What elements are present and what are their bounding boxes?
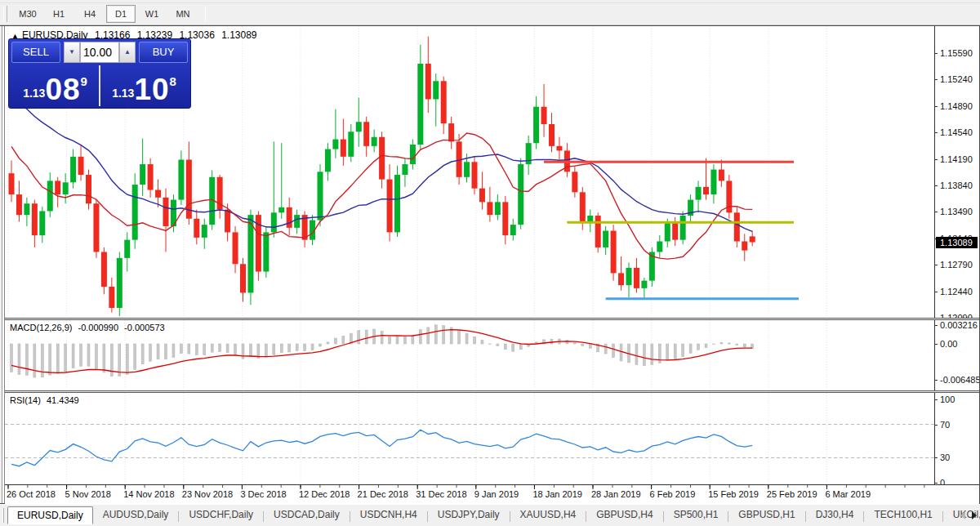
date-axis-label: 23 Nov 2018	[182, 489, 233, 499]
bid-prefix: 1.13	[23, 87, 45, 100]
tabbar-grip-icon	[2, 508, 4, 523]
bid-price-display[interactable]: 1.13 08 9	[11, 65, 100, 106]
tab-usdcad-daily[interactable]: USDCAD,Daily	[264, 506, 350, 523]
tab-eurusd-daily[interactable]: EURUSD,Daily	[7, 506, 93, 524]
tab-tech100-h1[interactable]: TECH100,H1	[864, 506, 942, 523]
bid-big-digits: 08	[45, 76, 80, 103]
date-axis-label: 6 Feb 2019	[650, 489, 696, 499]
date-axis-label: 18 Jan 2019	[532, 489, 582, 499]
volume-increase-button[interactable]: ▲	[119, 42, 136, 63]
price-axis-label: 1.14890	[940, 101, 973, 111]
timeframe-button-mn[interactable]: MN	[168, 5, 198, 23]
toolbar-grip-icon[interactable]	[3, 6, 7, 22]
tab-gbpusd-h1[interactable]: GBPUSD,H1	[728, 506, 804, 523]
window-left-edge	[0, 26, 5, 503]
tab-usdjpy-daily[interactable]: USDJPY,Daily	[428, 506, 510, 523]
sell-button[interactable]: SELL	[11, 42, 60, 63]
date-axis-label: 31 Dec 2018	[416, 489, 466, 499]
date-axis-label: 3 Dec 2018	[240, 489, 286, 499]
date-axis-label: 25 Feb 2019	[767, 489, 817, 499]
macd-axis-label: 0.003216	[940, 320, 978, 330]
rsi-axis-label: 70	[940, 420, 950, 430]
ask-big-digits: 10	[134, 76, 169, 103]
macd-axis-label: -0.006485	[940, 375, 979, 385]
volume-decrease-button[interactable]: ▼	[64, 42, 80, 63]
bid-pip-digit: 9	[81, 74, 87, 88]
macd-pane[interactable]: MACD(12,26,9) -0.000990 -0.000573 0.0032…	[5, 320, 979, 390]
timeframe-button-h1[interactable]: H1	[44, 5, 74, 23]
rsi-axis-label: 30	[940, 452, 950, 462]
buy-button[interactable]: BUY	[139, 42, 188, 63]
price-axis-label: 1.12790	[940, 260, 973, 270]
ohlc-close: 1.13089	[221, 29, 256, 41]
date-axis-label: 14 Nov 2018	[123, 489, 174, 499]
date-axis[interactable]: 26 Oct 20185 Nov 201814 Nov 201823 Nov 2…	[5, 484, 979, 504]
macd-value-signal: -0.000573	[124, 323, 165, 332]
rsi-pane[interactable]: RSI(14) 41.4349 10070300	[5, 393, 979, 484]
ask-prefix: 1.13	[112, 87, 134, 100]
rsi-axis: 10070300	[934, 393, 979, 484]
rsi-axis-label: 100	[940, 394, 955, 404]
price-axis-label: 1.15590	[940, 48, 973, 58]
rsi-name: RSI(14)	[10, 395, 41, 405]
price-axis-label: 1.13840	[940, 181, 973, 190]
one-click-trading-panel: SELL ▼ 10.00 ▲ BUY 1.13 08 9 1.13 10 8	[8, 38, 191, 109]
tab-usdcnh-h4[interactable]: USDCNH,H4	[350, 506, 427, 523]
price-axis-label: 1.14540	[940, 127, 973, 137]
macd-axis: 0.0032160.00-0.006485	[934, 320, 979, 390]
price-chart-pane[interactable]: ▲EURUSD,Daily 1.13166 1.13239 1.13036 1.…	[5, 26, 979, 318]
price-axis-label: 1.15240	[940, 74, 973, 84]
price-axis-label: 1.13490	[940, 207, 973, 216]
tabs-scroll-right-icon[interactable]	[972, 511, 977, 519]
rsi-value: 41.4349	[47, 395, 79, 405]
date-axis-label: 15 Feb 2019	[708, 489, 759, 499]
macd-name: MACD(12,26,9)	[10, 323, 72, 332]
price-axis-label: 1.12440	[940, 287, 973, 296]
timeframe-button-d1[interactable]: D1	[106, 5, 136, 23]
date-axis-label: 28 Jan 2019	[591, 489, 641, 499]
pane-splitter[interactable]	[0, 318, 979, 320]
macd-label: MACD(12,26,9) -0.000990 -0.000573	[10, 323, 168, 332]
timeframe-toolbar: M30H1H4D1W1MN	[0, 3, 980, 25]
date-axis-label: 26 Oct 2018	[7, 489, 56, 499]
tab-dj30-h4[interactable]: DJ30,H4	[806, 506, 864, 523]
rsi-label: RSI(14) 41.4349	[10, 395, 82, 405]
date-axis-label: 5 Nov 2018	[65, 489, 111, 499]
timeframe-button-w1[interactable]: W1	[137, 5, 167, 23]
timeframe-button-h4[interactable]: H4	[75, 5, 105, 23]
date-axis-label: 12 Dec 2018	[299, 489, 350, 499]
price-axis[interactable]: 1.13089 1.155901.152401.148901.145401.14…	[934, 26, 979, 318]
date-axis-label: 21 Dec 2018	[358, 489, 408, 499]
macd-axis-label: 0.00	[940, 339, 957, 349]
current-price-badge: 1.13089	[936, 237, 978, 248]
tabs-scroll-left-icon[interactable]	[960, 511, 965, 519]
tab-gbpusd-h4[interactable]: GBPUSD,H4	[586, 506, 662, 523]
date-axis-label: 6 Mar 2019	[825, 489, 871, 499]
date-axis-label: 9 Jan 2019	[474, 489, 519, 499]
timeframe-button-m30[interactable]: M30	[13, 5, 42, 23]
tab-xauusd-h4[interactable]: XAUUSD,H4	[510, 506, 586, 523]
pane-splitter[interactable]	[0, 390, 979, 393]
price-axis-label: 1.14190	[940, 154, 973, 164]
ask-price-display[interactable]: 1.13 10 8	[100, 65, 188, 106]
toolbar-separator	[205, 6, 206, 22]
rsi-axis-label: 0	[940, 478, 945, 484]
tab-audusd-daily[interactable]: AUDUSD,Daily	[93, 506, 179, 523]
chart-tabbar: EURUSD,DailyAUDUSD,DailyUSDCHF,DailyUSDC…	[0, 504, 980, 525]
tab-sp500-h1[interactable]: SP500,H1	[664, 506, 728, 523]
volume-input[interactable]: 10.00	[80, 42, 119, 63]
ask-pip-digit: 8	[170, 74, 176, 88]
chart-window: ▲EURUSD,Daily 1.13166 1.13239 1.13036 1.…	[0, 25, 980, 504]
macd-value-main: -0.000990	[78, 323, 118, 332]
tab-usdchf-daily[interactable]: USDCHF,Daily	[179, 506, 263, 523]
